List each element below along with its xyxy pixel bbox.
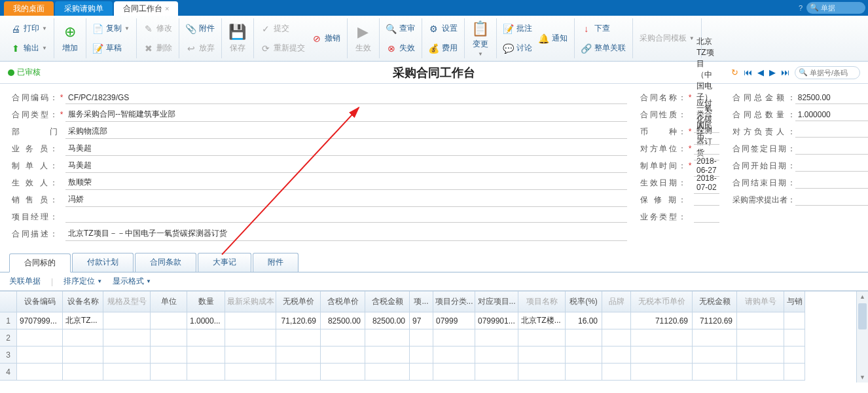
field-counter-owner[interactable] xyxy=(795,126,868,138)
subtab-target[interactable]: 合同标的 xyxy=(9,253,71,272)
cell-with_sale[interactable] xyxy=(784,329,805,346)
col-header-latest_cost[interactable]: 最新采购成本 xyxy=(225,291,276,312)
help-icon[interactable]: ? xyxy=(799,4,803,12)
cell-notax_amount[interactable]: 71120.69 xyxy=(693,312,737,329)
cell-with_sale[interactable] xyxy=(784,312,805,329)
cell-proj_name[interactable] xyxy=(518,364,566,381)
discuss-button[interactable]: 💬讨论 xyxy=(503,40,532,57)
cell-price_tax[interactable]: 82500.00 xyxy=(321,312,365,329)
close-icon[interactable]: × xyxy=(165,5,169,12)
nav-prev-icon[interactable]: ◀ xyxy=(757,67,764,77)
cell-notax_amount[interactable] xyxy=(693,364,737,381)
cell-notax_amount[interactable] xyxy=(693,346,737,364)
cell-amount_tax[interactable] xyxy=(365,364,410,381)
settings-button[interactable]: ⚙设置 xyxy=(429,20,458,37)
cell-req_no[interactable] xyxy=(737,312,784,329)
cell-qty[interactable] xyxy=(187,364,225,381)
cell-price_notax[interactable] xyxy=(276,329,321,346)
cell-notax_local_price[interactable] xyxy=(631,329,693,346)
cell-tax_rate[interactable] xyxy=(566,346,602,364)
col-header-qty[interactable]: 数量 xyxy=(187,291,225,312)
col-header-proj_cat[interactable]: 项目分类... xyxy=(433,291,475,312)
field-pm[interactable] xyxy=(65,211,627,223)
cell-req_no[interactable] xyxy=(737,364,784,381)
cell-notax_local_price[interactable] xyxy=(631,346,693,364)
field-end-date[interactable] xyxy=(795,177,868,189)
downcheck-button[interactable]: ↓下查 xyxy=(581,20,626,37)
field-start-date[interactable] xyxy=(795,160,868,172)
change-button[interactable]: 📋变更▼ xyxy=(471,20,490,57)
cell-tax_rate[interactable]: 16.00 xyxy=(566,312,602,329)
cell-with_sale[interactable] xyxy=(784,364,805,381)
cost-button[interactable]: 💰费用 xyxy=(429,40,458,57)
cell-brand[interactable] xyxy=(602,329,631,346)
field-total-qty[interactable]: 1.000000 xyxy=(795,109,868,121)
cell-spec[interactable] xyxy=(103,364,151,381)
cell-equip_name[interactable] xyxy=(63,346,103,364)
cell-qty[interactable] xyxy=(187,329,225,346)
cell-amount_tax[interactable] xyxy=(365,329,410,346)
tab-desktop[interactable]: 我的桌面 xyxy=(4,1,54,16)
review-button[interactable]: 🔍查审 xyxy=(386,20,415,37)
field-seller[interactable]: 冯娇 xyxy=(65,193,627,207)
revoke-button[interactable]: ⊘撤销 xyxy=(312,30,340,47)
cell-unit[interactable] xyxy=(151,329,187,346)
cell-tax_rate[interactable] xyxy=(566,364,602,381)
notify-button[interactable]: 🔔通知 xyxy=(539,30,568,47)
scroll-thumb[interactable] xyxy=(858,303,867,329)
invalid-button[interactable]: ⊗失效 xyxy=(386,40,415,57)
col-header-amount_tax[interactable]: 含税金额 xyxy=(365,291,410,312)
field-counterparty[interactable] xyxy=(694,143,719,155)
cell-spec[interactable] xyxy=(103,329,151,346)
col-header-notax_local_price[interactable]: 无税本币单价 xyxy=(631,291,693,312)
cell-price_notax[interactable]: 71,120.69 xyxy=(276,312,321,329)
col-header-price_notax[interactable]: 无税单价 xyxy=(276,291,321,312)
cell-latest_cost[interactable] xyxy=(225,346,276,364)
cell-proj_cat[interactable] xyxy=(433,329,475,346)
cell-equip_no[interactable]: 9707999... xyxy=(17,312,63,329)
cell-equip_name[interactable] xyxy=(63,364,103,381)
col-header-req_no[interactable]: 请购单号 xyxy=(737,291,784,312)
add-button[interactable]: ⊕增加 xyxy=(61,20,79,57)
field-maker[interactable]: 马美超 xyxy=(65,159,627,173)
nav-last-icon[interactable]: ⏭ xyxy=(781,67,789,77)
cell-equip_no[interactable] xyxy=(17,329,63,346)
field-biz-person[interactable]: 马美超 xyxy=(65,141,627,156)
field-contract-type[interactable]: 服务采购合同--智能建筑事业部 xyxy=(65,107,627,122)
cell-brand[interactable] xyxy=(602,346,631,364)
cell-equip_no[interactable] xyxy=(17,364,63,381)
col-header-spec[interactable]: 规格及型号 xyxy=(103,291,151,312)
cell-proj_match[interactable] xyxy=(475,346,518,364)
nav-first-icon[interactable]: ⏮ xyxy=(744,67,752,77)
cell-qty[interactable]: 1.0000... xyxy=(187,312,225,329)
cell-spec[interactable] xyxy=(103,312,151,329)
cell-brand[interactable] xyxy=(602,312,631,329)
cell-proj[interactable]: 97 xyxy=(410,312,433,329)
field-desc[interactable]: 北京TZ项目－－中国电子一氧货碳探测器订货 xyxy=(65,227,627,241)
cell-proj_name[interactable]: 北京TZ楼... xyxy=(518,312,566,329)
field-total-amount[interactable]: 82500.00 xyxy=(795,92,868,104)
cell-proj_name[interactable] xyxy=(518,346,566,364)
cell-tax_rate[interactable] xyxy=(566,329,602,346)
cell-proj_match[interactable] xyxy=(475,364,518,381)
subtab-attach[interactable]: 附件 xyxy=(253,253,298,272)
tab-purchase-request[interactable]: 采购请购单 xyxy=(55,1,113,16)
cell-amount_tax[interactable]: 82500.00 xyxy=(365,312,410,329)
cell-latest_cost[interactable] xyxy=(225,364,276,381)
row-number[interactable]: 1 xyxy=(0,312,17,329)
col-header-proj_match[interactable]: 对应项目... xyxy=(475,291,518,312)
field-effect-date[interactable]: 2018-07-02 xyxy=(694,172,719,194)
cell-amount_tax[interactable] xyxy=(365,346,410,364)
col-header-__rownum[interactable] xyxy=(0,291,17,312)
cell-equip_name[interactable]: 北京TZ... xyxy=(63,312,103,329)
cell-equip_no[interactable] xyxy=(17,346,63,364)
row-number[interactable]: 2 xyxy=(0,329,17,346)
cell-proj_match[interactable] xyxy=(475,329,518,346)
col-header-price_tax[interactable]: 含税单价 xyxy=(321,291,365,312)
cell-proj_cat[interactable] xyxy=(433,364,475,381)
cell-notax_local_price[interactable]: 71120.69 xyxy=(631,312,693,329)
cell-req_no[interactable] xyxy=(737,346,784,364)
cell-price_tax[interactable] xyxy=(321,329,365,346)
display-format-button[interactable]: 显示格式▼ xyxy=(113,276,151,287)
cell-proj[interactable] xyxy=(410,329,433,346)
